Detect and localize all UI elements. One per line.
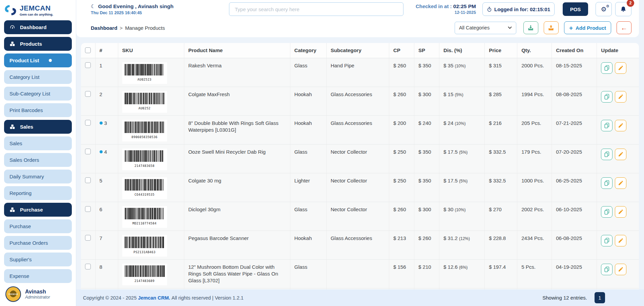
copy-button[interactable] <box>601 177 612 189</box>
barcode-bars <box>125 93 165 104</box>
copy-icon <box>604 122 610 129</box>
cubes-icon <box>9 41 15 47</box>
edit-button[interactable] <box>615 235 626 246</box>
product-subcategory <box>326 259 389 288</box>
sidebar-item-label: Dashboard <box>20 24 46 30</box>
sidebar-item-product-list[interactable]: Product List <box>4 53 72 67</box>
sidebar-item-label: Print Barcodes <box>9 107 43 113</box>
active-dot <box>49 59 52 62</box>
greeting-block: ☾ Good Evening , Avinash singh Thu Dec 1… <box>91 3 180 15</box>
user-profile[interactable]: PREMIUM Avinash Administrator <box>0 285 76 306</box>
notifications-button[interactable]: 2 <box>615 2 631 16</box>
table-row: 6 MD2110774584 Diclogel 30gm Glass Necto… <box>81 202 639 231</box>
price: $ 216 <box>485 115 517 144</box>
product-category: Hookah <box>290 87 326 115</box>
edit-button[interactable] <box>615 149 626 160</box>
search-input[interactable] <box>229 2 403 16</box>
quantity: 2002 Pcs. <box>517 202 552 231</box>
row-checkbox[interactable] <box>85 177 91 183</box>
row-checkbox[interactable] <box>85 91 91 97</box>
avatar: PREMIUM <box>5 286 21 302</box>
sidebar-item-dashboard[interactable]: Dashboard <box>4 20 72 34</box>
sidebar-item-sales[interactable]: Sales <box>4 120 72 134</box>
moon-icon: ☾ <box>91 3 95 9</box>
copy-button[interactable] <box>601 206 612 218</box>
col-created-on: Created On <box>552 43 597 58</box>
sidebar-item-expense[interactable]: Expense <box>4 269 72 283</box>
created-on: 06-08-2025 <box>552 231 597 259</box>
breadcrumb-dashboard[interactable]: Dashboard <box>91 25 117 31</box>
sidebar-item-reporting[interactable]: Reporting <box>4 186 72 200</box>
edit-button[interactable] <box>615 120 626 131</box>
copy-button[interactable] <box>601 62 612 74</box>
sidebar-menu: Dashboard Products Product List Category… <box>0 20 76 285</box>
cost-price: $ 213 <box>389 231 414 259</box>
import-upload-button[interactable] <box>544 21 559 34</box>
footer-brand-link[interactable]: Jemcan CRM. <box>138 295 170 301</box>
select-all-checkbox[interactable] <box>85 47 91 53</box>
row-number: 1 <box>100 62 102 69</box>
sku-text: 2147483689 <box>134 278 154 284</box>
sidebar-item-daily-summary[interactable]: Daily Summary <box>4 170 72 183</box>
sku-text: 2147483658 <box>134 162 154 169</box>
add-product-button[interactable]: + Add Product <box>564 21 611 34</box>
copy-button[interactable] <box>601 235 612 246</box>
selling-price: $ 210 <box>414 259 439 288</box>
barcode-bars <box>125 179 165 191</box>
edit-button[interactable] <box>615 206 626 218</box>
row-checkbox[interactable] <box>85 120 91 126</box>
product-category: Lighter <box>290 173 326 202</box>
sidebar-item-sales[interactable]: Sales <box>4 136 72 150</box>
pos-button[interactable]: POS <box>563 2 588 16</box>
table-row: 5 CO44319535 Colgate 30 mg Lighter Necto… <box>81 173 639 202</box>
back-button[interactable]: ← <box>617 21 631 34</box>
copy-button[interactable] <box>601 91 612 103</box>
settings-button[interactable]: ⚙⚙ <box>596 2 612 16</box>
sidebar-item-purchase-orders[interactable]: Purchase Orders <box>4 236 72 250</box>
copy-button[interactable] <box>601 264 612 275</box>
sku-text: 8906058350536 <box>131 134 158 140</box>
footer: Copyright © 2024 - 2025 Jemcan CRM. All … <box>76 289 644 306</box>
copy-icon <box>604 93 610 100</box>
category-filter-select[interactable]: All Categories <box>455 22 516 34</box>
sidebar-item-print-barcodes[interactable]: Print Barcodes <box>4 103 72 117</box>
sidebar-item-sales-orders[interactable]: Sales Orders <box>4 153 72 167</box>
sku-barcode: CO44319535 <box>122 177 167 199</box>
col-cp: CP <box>389 43 414 58</box>
quantity: 2000 Pcs. <box>517 58 552 87</box>
sku-barcode: 2147483658 <box>122 149 167 170</box>
copy-icon <box>604 151 610 157</box>
copy-button[interactable] <box>601 120 612 131</box>
row-number: 8 <box>100 264 102 270</box>
row-checkbox[interactable] <box>85 206 91 212</box>
sidebar-item-category-list[interactable]: Category List <box>4 70 72 84</box>
sidebar-item-supplier-s[interactable]: Supplier's <box>4 253 72 266</box>
product-subcategory: Glass Accessories <box>326 87 389 115</box>
product-name: Ooze Swell Mini Recycler Dab Rig <box>184 144 290 173</box>
pagination-page-1[interactable]: 1 <box>595 292 605 303</box>
row-checkbox[interactable] <box>85 235 91 241</box>
col-sp: SP <box>414 43 439 58</box>
sidebar-item-purchase[interactable]: Purchase <box>4 203 72 217</box>
row-checkbox[interactable] <box>85 62 91 68</box>
edit-button[interactable] <box>615 177 626 189</box>
sidebar-item-purchase[interactable]: Purchase <box>4 219 72 233</box>
breadcrumb-separator: > <box>120 25 123 31</box>
sidebar-item-label: Purchase Orders <box>9 240 48 246</box>
edit-button[interactable] <box>615 264 626 275</box>
table-row: 2 AU0252 Colgate MaxFresh Hookah Glass A… <box>81 87 639 115</box>
quantity: 1000 Pcs. <box>517 173 552 202</box>
sidebar-item-products[interactable]: Products <box>4 37 72 51</box>
row-checkbox[interactable] <box>85 264 91 269</box>
row-checkbox[interactable] <box>85 149 91 154</box>
premium-badge-text: PREMIUM <box>8 293 18 295</box>
copy-button[interactable] <box>601 149 612 160</box>
sidebar-item-sub-category-list[interactable]: Sub-Category List <box>4 87 72 101</box>
checked-in-time: 02:25 PM <box>453 3 476 9</box>
price: $ 270 <box>485 202 517 231</box>
cost-price: $ 250 <box>389 173 414 202</box>
edit-button[interactable] <box>615 62 626 74</box>
edit-button[interactable] <box>615 91 626 103</box>
sku-barcode: PS2131AB463 <box>122 235 167 257</box>
export-download-button[interactable] <box>523 21 538 34</box>
